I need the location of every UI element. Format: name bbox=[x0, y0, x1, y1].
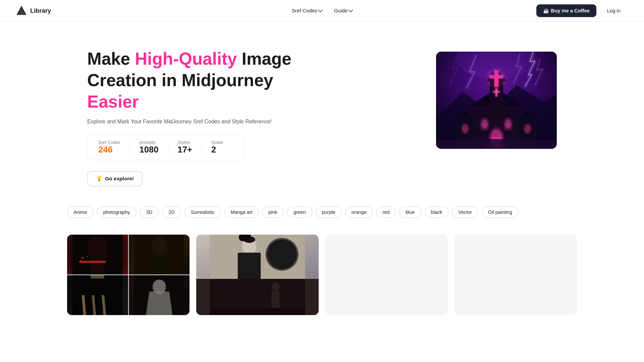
chevron-down-icon bbox=[348, 7, 353, 12]
stats-box: Sref Codes 246 prompts 1080 Styles 17+ G… bbox=[87, 134, 244, 160]
svg-point-39 bbox=[82, 257, 84, 259]
gallery-card-1[interactable] bbox=[67, 235, 190, 315]
svg-point-11 bbox=[505, 119, 511, 128]
collage-cell-3 bbox=[67, 275, 128, 315]
filter-chip-blue[interactable]: blue bbox=[399, 206, 421, 218]
filter-chip-surrealistic[interactable]: Surrealistic bbox=[184, 206, 221, 218]
hero-section: Make High-Quality Image Creation in Midj… bbox=[0, 21, 644, 206]
filter-chip-green[interactable]: green bbox=[287, 206, 312, 218]
navbar: Library Sref Codes Guide ☕ Buy me a Coff… bbox=[0, 0, 644, 21]
filter-chip-photography[interactable]: photography bbox=[97, 206, 137, 218]
svg-rect-38 bbox=[79, 261, 106, 262]
filter-chip-anime[interactable]: Anime bbox=[67, 206, 94, 218]
filter-chip-3d[interactable]: 3D bbox=[140, 206, 159, 218]
filter-chip-2d[interactable]: 2D bbox=[162, 206, 181, 218]
svg-rect-58 bbox=[238, 253, 261, 279]
gallery-card-4 bbox=[454, 235, 577, 315]
stat-styles: Styles 17+ bbox=[168, 140, 202, 155]
hero-image bbox=[436, 52, 557, 149]
svg-point-64 bbox=[272, 283, 280, 292]
gallery-card-3 bbox=[325, 235, 448, 315]
church-illustration bbox=[436, 52, 557, 149]
svg-rect-53 bbox=[134, 275, 184, 315]
stat-guide: Guide 2 bbox=[202, 140, 232, 155]
collage-cell-1 bbox=[67, 235, 128, 275]
logo-icon bbox=[16, 5, 27, 16]
hero-image-bg bbox=[436, 52, 557, 149]
sref-codes-menu[interactable]: Sref Codes bbox=[287, 5, 327, 16]
stat-sref-codes: Sref Codes 246 bbox=[98, 140, 130, 155]
filter-chip-oil-painting[interactable]: Oil painting bbox=[482, 206, 519, 218]
filter-chip-manga-art[interactable]: Manga art bbox=[224, 206, 259, 218]
svg-rect-46 bbox=[72, 275, 122, 315]
svg-rect-45 bbox=[134, 235, 184, 275]
logo-text: Library bbox=[30, 7, 51, 14]
svg-point-56 bbox=[267, 240, 297, 269]
hero-title: Make High-Quality Image Creation in Midj… bbox=[87, 48, 302, 113]
nav-center-menu: Sref Codes Guide bbox=[287, 5, 357, 16]
svg-point-29 bbox=[462, 124, 468, 133]
collage-cell-4 bbox=[129, 275, 190, 315]
svg-point-8 bbox=[482, 119, 487, 128]
hero-content: Make High-Quality Image Creation in Midj… bbox=[87, 48, 302, 186]
svg-point-41 bbox=[80, 260, 82, 261]
filter-chips-row: Anime photography 3D 2D Surrealistic Man… bbox=[67, 206, 577, 218]
svg-rect-65 bbox=[272, 291, 280, 308]
japanese-top-panel bbox=[196, 235, 319, 279]
gallery-grid bbox=[67, 235, 577, 315]
guide-menu[interactable]: Guide bbox=[329, 5, 357, 16]
gallery-section bbox=[0, 231, 644, 328]
svg-rect-66 bbox=[210, 308, 305, 315]
chevron-down-icon bbox=[318, 7, 323, 12]
filters-section: Anime photography 3D 2D Surrealistic Man… bbox=[0, 206, 644, 231]
filter-chip-pink[interactable]: pink bbox=[262, 206, 284, 218]
coffee-icon: ☕ bbox=[543, 8, 549, 14]
buy-coffee-button[interactable]: ☕ Buy me a Coffee bbox=[536, 4, 596, 17]
collage-cell-2 bbox=[129, 235, 190, 275]
explore-button[interactable]: 💡 Go explore! bbox=[87, 171, 143, 186]
svg-rect-36 bbox=[91, 253, 104, 273]
japanese-bottom-panel bbox=[196, 279, 319, 315]
filter-chip-black[interactable]: black bbox=[425, 206, 449, 218]
filter-chip-purple[interactable]: purple bbox=[316, 206, 342, 218]
nav-logo[interactable]: Library bbox=[16, 5, 51, 16]
svg-rect-24 bbox=[493, 91, 500, 93]
gallery-card-2[interactable] bbox=[196, 235, 319, 315]
svg-rect-50 bbox=[91, 275, 104, 279]
explore-icon: 💡 bbox=[96, 176, 102, 182]
filter-chip-orange[interactable]: orange bbox=[345, 206, 373, 218]
svg-point-30 bbox=[525, 124, 531, 133]
hero-subtitle: Explore and Mark Your Favorite MidJourne… bbox=[87, 119, 302, 125]
filter-chip-red[interactable]: red bbox=[376, 206, 396, 218]
login-button[interactable]: Log in bbox=[600, 5, 628, 17]
svg-point-40 bbox=[87, 255, 88, 257]
stat-prompts: prompts 1080 bbox=[130, 140, 168, 155]
nav-actions: ☕ Buy me a Coffee Log in bbox=[536, 4, 628, 17]
filter-chip-vector[interactable]: Vector bbox=[452, 206, 478, 218]
